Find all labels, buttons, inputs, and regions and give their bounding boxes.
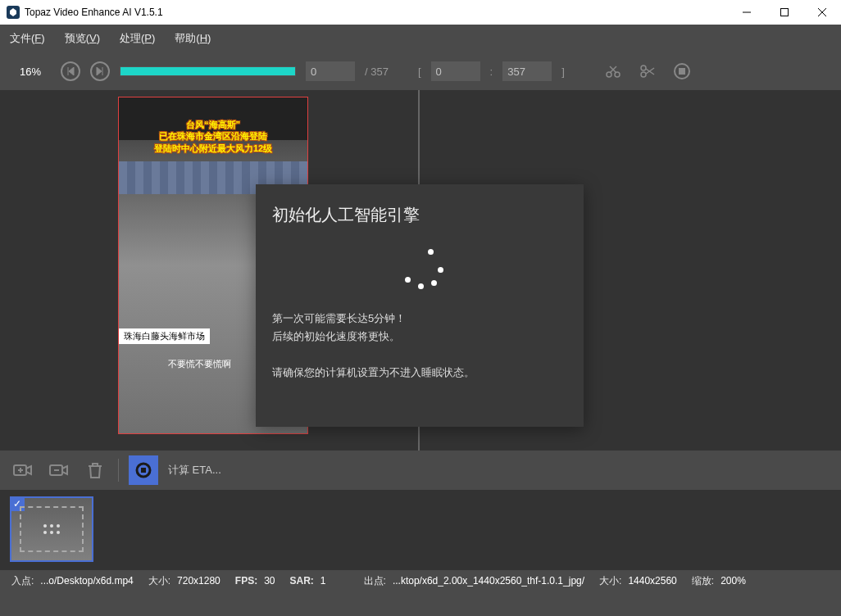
stop-process-button[interactable]: [129, 455, 158, 485]
out-point-input[interactable]: 357: [502, 61, 552, 81]
status-sar: 1: [320, 575, 326, 587]
toolbar: 16% 0 / 357 [ 0 : 357 ]: [0, 52, 841, 90]
dialog-title: 初始化人工智能引擎: [272, 204, 567, 226]
svg-rect-1: [781, 9, 789, 16]
window-title: Topaz Video Enhance AI V1.5.1: [25, 7, 728, 18]
close-button[interactable]: [803, 0, 841, 25]
remove-camera-icon[interactable]: [46, 457, 72, 483]
svg-rect-20: [141, 468, 146, 473]
video-caption: 台风“海高斯” 已在珠海市金湾区沿海登陆 登陆时中心附近最大风力12级: [119, 119, 307, 154]
dialog-text: 第一次可能需要长达5分钟！ 后续的初始化速度将更快。 请确保您的计算机设置为不进…: [272, 310, 567, 382]
cut-end-icon[interactable]: [635, 59, 660, 84]
svg-line-11: [646, 68, 654, 74]
titlebar: Topaz Video Enhance AI V1.5.1: [0, 0, 841, 25]
zoom-level: 16%: [10, 66, 51, 78]
menu-help[interactable]: 帮助(H): [175, 31, 211, 46]
menu-preview[interactable]: 预览(V): [65, 31, 100, 46]
progress-slider[interactable]: [120, 66, 296, 76]
loading-spinner-icon: [395, 249, 444, 290]
menubar: 文件(F) 预览(V) 处理(P) 帮助(H): [0, 25, 841, 52]
status-input-size: 720x1280: [177, 575, 220, 587]
add-camera-icon[interactable]: [10, 457, 36, 483]
trash-icon[interactable]: [82, 457, 108, 483]
video-location-label: 珠海白藤头海鲜市场: [119, 328, 210, 344]
svg-line-10: [646, 69, 654, 75]
menu-process[interactable]: 处理(P): [120, 31, 155, 46]
video-thumbnail[interactable]: ✓: [10, 496, 93, 562]
svg-rect-13: [679, 68, 685, 75]
maximize-button[interactable]: [766, 0, 803, 25]
svg-point-8: [641, 66, 646, 70]
svg-point-9: [641, 72, 646, 77]
current-frame-input[interactable]: 0: [306, 61, 355, 81]
cut-start-icon[interactable]: [601, 59, 625, 84]
status-output-path: ...ktop/x6d_2.00x_1440x2560_thf-1.0.1_jp…: [393, 575, 584, 587]
status-output-size: 1440x2560: [628, 575, 676, 587]
thumbnail-strip: ✓: [0, 490, 841, 570]
workspace: 台风“海高斯” 已在珠海市金湾区沿海登陆 登陆时中心附近最大风力12级 珠海白藤…: [0, 90, 841, 451]
controlbar: 计算 ETA...: [0, 451, 841, 490]
app-logo-icon: [7, 6, 20, 19]
stop-icon[interactable]: [670, 59, 694, 84]
minimize-button[interactable]: [728, 0, 766, 25]
in-point-input[interactable]: 0: [431, 61, 480, 81]
status-fps: 30: [264, 575, 275, 587]
status-scale: 200%: [721, 575, 746, 587]
statusbar: 入点: ...o/Desktop/x6d.mp4 大小: 720x1280 FP…: [0, 570, 841, 591]
prev-frame-button[interactable]: [61, 61, 80, 81]
video-subtitle: 不要慌不要慌啊: [168, 358, 231, 370]
status-input-path: ...o/Desktop/x6d.mp4: [40, 575, 133, 587]
init-dialog: 初始化人工智能引擎 第一次可能需要长达5分钟！ 后续的初始化速度将更快。 请确保…: [256, 184, 584, 427]
next-frame-button[interactable]: [90, 61, 110, 81]
eta-text: 计算 ETA...: [168, 463, 221, 478]
frame-total: / 357: [365, 66, 389, 78]
menu-file[interactable]: 文件(F): [10, 31, 45, 46]
